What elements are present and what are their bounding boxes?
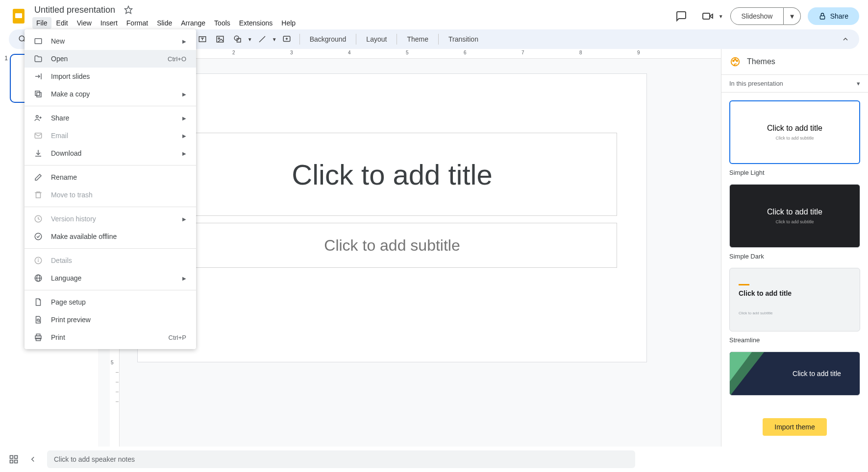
speaker-notes[interactable]: Click to add speaker notes bbox=[47, 450, 635, 468]
menu-insert[interactable]: Insert bbox=[97, 17, 122, 29]
menu-share[interactable]: Share ▶ bbox=[25, 109, 196, 127]
menu-arrange[interactable]: Arrange bbox=[177, 17, 209, 29]
image-icon[interactable] bbox=[212, 31, 228, 47]
submenu-arrow-icon: ▶ bbox=[182, 133, 186, 139]
submenu-arrow-icon: ▶ bbox=[182, 39, 186, 44]
svg-point-32 bbox=[736, 60, 738, 62]
menu-print-preview[interactable]: Print preview bbox=[25, 311, 196, 329]
menu-tools[interactable]: Tools bbox=[210, 17, 234, 29]
theme-preview-sub: Click to add subtitle bbox=[739, 311, 772, 315]
mail-icon bbox=[33, 131, 43, 141]
menu-slide[interactable]: Slide bbox=[153, 17, 176, 29]
folder-icon bbox=[33, 54, 43, 64]
submenu-arrow-icon: ▶ bbox=[182, 116, 186, 121]
svg-rect-35 bbox=[10, 460, 13, 463]
ruler-tick: 7 bbox=[521, 50, 524, 55]
import-icon bbox=[33, 71, 43, 81]
ruler-tick: 9 bbox=[637, 50, 640, 55]
menu-language[interactable]: Language ▶ bbox=[25, 269, 196, 287]
globe-icon bbox=[33, 273, 43, 283]
menu-print[interactable]: Print Ctrl+P bbox=[25, 329, 196, 346]
chevron-down-icon: ▾ bbox=[857, 80, 860, 87]
comment-icon[interactable] bbox=[279, 31, 295, 47]
slideshow-dropdown[interactable]: ▼ bbox=[784, 7, 800, 25]
offline-icon bbox=[33, 232, 43, 241]
menu-label: Language bbox=[51, 274, 174, 282]
menu-trash: Move to trash bbox=[25, 186, 196, 204]
themes-scope-dropdown[interactable]: In this presentation ▾ bbox=[721, 74, 868, 93]
slide-icon bbox=[33, 36, 43, 46]
slide-canvas[interactable]: Click to add title Click to add subtitle bbox=[137, 73, 647, 362]
menu-separator bbox=[25, 290, 196, 290]
submenu-arrow-icon: ▶ bbox=[182, 151, 186, 156]
ruler-dash bbox=[116, 392, 119, 392]
menu-make-copy[interactable]: Make a copy ▶ bbox=[25, 85, 196, 103]
theme-card-focus[interactable]: Click to add title bbox=[729, 352, 860, 396]
collapse-filmstrip-icon[interactable] bbox=[28, 455, 37, 464]
menu-label: Make a copy bbox=[51, 90, 174, 98]
line-dropdown[interactable]: ▼ bbox=[272, 37, 277, 42]
menu-page-setup[interactable]: Page setup bbox=[25, 293, 196, 311]
menu-label: Make available offline bbox=[51, 233, 186, 240]
textbox-icon[interactable] bbox=[195, 31, 210, 47]
download-icon bbox=[33, 148, 43, 158]
layout-button[interactable]: Layout bbox=[361, 32, 392, 46]
collapse-toolbar-icon[interactable] bbox=[838, 31, 853, 47]
title-placeholder[interactable]: Click to add title bbox=[167, 133, 617, 216]
theme-button[interactable]: Theme bbox=[402, 32, 433, 46]
menu-label: New bbox=[51, 37, 174, 45]
file-menu-dropdown: New ▶ Open Ctrl+O Import slides Make a c… bbox=[25, 29, 196, 349]
comment-history-icon[interactable] bbox=[671, 6, 691, 26]
themes-panel: Themes In this presentation ▾ Click to a… bbox=[721, 49, 868, 447]
menu-view[interactable]: View bbox=[73, 17, 96, 29]
theme-card-streamline[interactable]: Click to add title Click to add subtitle bbox=[729, 268, 860, 331]
theme-name: Simple Dark bbox=[729, 253, 860, 260]
slideshow-button[interactable]: Slideshow bbox=[730, 7, 784, 25]
star-icon[interactable] bbox=[124, 5, 133, 14]
menu-edit[interactable]: Edit bbox=[52, 17, 72, 29]
subtitle-placeholder-text: Click to add subtitle bbox=[324, 236, 460, 255]
menu-download[interactable]: Download ▶ bbox=[25, 144, 196, 162]
subtitle-placeholder[interactable]: Click to add subtitle bbox=[167, 223, 617, 268]
doc-title[interactable]: Untitled presentation bbox=[32, 4, 117, 16]
meet-camera-icon[interactable] bbox=[698, 6, 718, 26]
separator bbox=[438, 34, 439, 45]
menu-label: Download bbox=[51, 149, 174, 157]
svg-rect-1 bbox=[15, 13, 22, 18]
transition-button[interactable]: Transition bbox=[444, 32, 483, 46]
menu-bar: File Edit View Insert Format Slide Arran… bbox=[32, 17, 299, 29]
meet-dropdown-icon[interactable]: ▼ bbox=[719, 14, 723, 19]
svg-rect-5 bbox=[820, 16, 824, 19]
ruler-horizontal[interactable]: 2 3 4 5 6 7 8 9 bbox=[120, 49, 721, 59]
svg-rect-61 bbox=[36, 334, 40, 336]
theme-preview-title: Click to add title bbox=[793, 370, 841, 378]
shape-icon[interactable] bbox=[230, 31, 246, 47]
menu-new[interactable]: New ▶ bbox=[25, 32, 196, 50]
menu-open[interactable]: Open Ctrl+O bbox=[25, 50, 196, 68]
ruler-dash bbox=[116, 382, 119, 382]
svg-point-53 bbox=[38, 259, 39, 260]
ruler-tick: 8 bbox=[579, 50, 582, 55]
menu-file[interactable]: File bbox=[32, 17, 51, 29]
svg-point-50 bbox=[35, 233, 42, 240]
app-logo[interactable] bbox=[9, 6, 28, 26]
theme-card-simple-dark[interactable]: Click to add title Click to add subtitle bbox=[729, 184, 860, 248]
menu-extensions[interactable]: Extensions bbox=[235, 17, 276, 29]
import-theme-button[interactable]: Import theme bbox=[763, 418, 826, 436]
shape-dropdown[interactable]: ▼ bbox=[248, 37, 252, 42]
grid-view-icon[interactable] bbox=[9, 454, 19, 464]
theme-card-simple-light[interactable]: Click to add title Click to add subtitle bbox=[729, 100, 860, 164]
background-button[interactable]: Background bbox=[305, 32, 351, 46]
separator bbox=[356, 34, 356, 45]
menu-help[interactable]: Help bbox=[277, 17, 299, 29]
menu-rename[interactable]: Rename bbox=[25, 168, 196, 186]
menu-label: Share bbox=[51, 114, 174, 122]
submenu-arrow-icon: ▶ bbox=[182, 92, 186, 97]
svg-rect-40 bbox=[37, 93, 41, 97]
menu-format[interactable]: Format bbox=[123, 17, 152, 29]
ruler-tick: 5 bbox=[406, 50, 409, 55]
menu-import-slides[interactable]: Import slides bbox=[25, 68, 196, 85]
line-icon[interactable] bbox=[254, 31, 270, 47]
share-button[interactable]: Share bbox=[808, 7, 859, 25]
menu-offline[interactable]: Make available offline bbox=[25, 228, 196, 245]
